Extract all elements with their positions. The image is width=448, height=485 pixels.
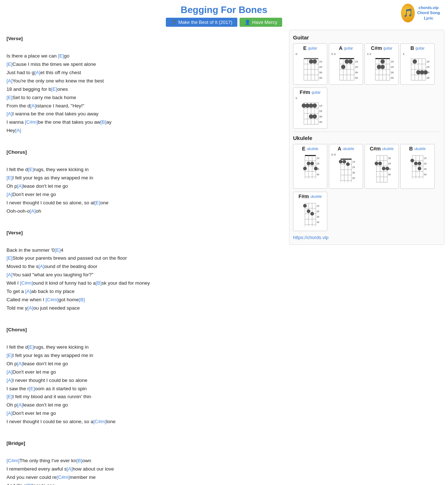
chord-Csm[interactable]: [C#m] xyxy=(25,119,38,125)
svg-point-167 xyxy=(307,209,310,213)
chord-E[interactable]: [E] xyxy=(7,255,13,261)
chord-B[interactable]: [B] xyxy=(26,483,32,485)
chord-A[interactable]: [A] xyxy=(7,78,13,84)
ukulele-link-Csm[interactable]: ukulele xyxy=(382,147,394,151)
lyric-line: Oh p[A]lease don't let me go xyxy=(7,401,283,409)
chord-A[interactable]: [A] xyxy=(7,192,13,197)
lyric-line: [A]Don't ever let me go xyxy=(7,191,283,199)
svg-text:2fr: 2fr xyxy=(319,65,323,69)
ukulele-link-Fsm[interactable]: ukulele xyxy=(310,195,322,199)
chord-A[interactable]: [A] xyxy=(30,208,36,214)
lyric-line: I saw the r[E]oom as it started to spin xyxy=(7,385,283,393)
chord-E[interactable]: [E] xyxy=(58,53,64,59)
make-best-button[interactable]: 🎵 Make the Best of It (2017) xyxy=(166,18,238,27)
chord-Csm[interactable]: [C#m] xyxy=(7,458,20,463)
ukulele-link-E[interactable]: ukulele xyxy=(307,147,318,151)
ukulele-link-A[interactable]: ukulele xyxy=(343,147,354,151)
svg-text:2fr: 2fr xyxy=(426,65,430,69)
chord-A[interactable]: [A] xyxy=(27,305,34,311)
chord-B[interactable]: [B] xyxy=(79,297,85,302)
svg-point-132 xyxy=(375,162,378,165)
svg-point-99 xyxy=(310,162,314,165)
guitar-link-Csm[interactable]: guitar xyxy=(383,46,392,50)
svg-point-115 xyxy=(339,160,343,163)
svg-text:1fr: 1fr xyxy=(426,60,430,63)
chord-A[interactable]: [A] xyxy=(17,183,23,189)
lyric-line: Called me when I [C#m]got home[B] xyxy=(7,296,283,304)
chord-E[interactable]: [E] xyxy=(28,167,34,172)
have-mercy-button[interactable]: 👤 Have Mercy xyxy=(240,18,282,27)
lyric-line: From the d[A]istance I heard, "Hey!" xyxy=(7,102,283,110)
svg-text:3fr: 3fr xyxy=(352,171,356,174)
chord-E[interactable]: [E] xyxy=(51,86,57,92)
chord-Csm[interactable]: [C#m] xyxy=(20,280,33,286)
chord-A[interactable]: [A] xyxy=(17,402,23,408)
chord-Csm[interactable]: [C#m] xyxy=(93,419,106,424)
lyric-line: I remembered every awful s[A]how about o… xyxy=(7,465,283,473)
guitar-diagram-Csm: 1fr 2fr 3fr 4fr xyxy=(368,56,395,83)
svg-point-61 xyxy=(413,59,417,64)
svg-text:3fr: 3fr xyxy=(316,216,320,218)
chord-A[interactable]: [A] xyxy=(7,378,13,383)
svg-text:3fr: 3fr xyxy=(355,71,358,74)
header-buttons: 🎵 Make the Best of It (2017) 👤 Have Merc… xyxy=(0,18,448,27)
svg-text:4fr: 4fr xyxy=(319,120,323,124)
guitar-label: Guitar xyxy=(293,34,440,41)
lyric-line: [A]I never thought I could be so alone xyxy=(7,376,283,385)
chord-A[interactable]: [A] xyxy=(39,264,45,269)
svg-text:1fr: 1fr xyxy=(352,161,356,163)
svg-text:3fr: 3fr xyxy=(319,71,323,74)
ukulele-link-B[interactable]: ukulele xyxy=(414,147,426,151)
chord-E[interactable]: [E] xyxy=(55,247,61,253)
svg-text:4fr: 4fr xyxy=(388,162,391,165)
chord-B[interactable]: [B] xyxy=(76,458,82,463)
chord-name-E-uke: E xyxy=(302,146,305,152)
chord-A[interactable]: [A] xyxy=(25,289,31,294)
chord-B[interactable]: [B] xyxy=(96,280,102,286)
page-title: Begging For Bones xyxy=(0,4,448,16)
chord-E[interactable]: [E] xyxy=(7,61,13,67)
svg-point-134 xyxy=(382,167,385,170)
site-url[interactable]: https://chords.vip xyxy=(293,235,440,240)
guitar-link-E[interactable]: guitar xyxy=(308,46,317,50)
chord-E[interactable]: [E] xyxy=(28,344,34,350)
section-bridge: [Bridge] xyxy=(7,439,283,448)
chord-name-Csm-uke: C#m xyxy=(370,146,380,152)
chord-A[interactable]: [A] xyxy=(30,103,36,109)
svg-text:1fr: 1fr xyxy=(316,205,320,207)
chord-A[interactable]: [A] xyxy=(67,466,73,472)
lyric-line: Oh p[A]lease don't let me go xyxy=(7,360,283,368)
section-chorus-2: [Chorus] xyxy=(7,326,283,334)
svg-text:5fr: 5fr xyxy=(388,168,391,170)
chord-A[interactable]: [A] xyxy=(7,272,13,277)
chord-Csm[interactable]: [C#m] xyxy=(46,297,59,302)
lyric-line: [C#m]The only thing I've ever kn[B]own xyxy=(7,457,283,465)
chord-A[interactable]: [A] xyxy=(7,369,13,375)
chord-E[interactable]: [E] xyxy=(7,175,13,180)
chord-A[interactable]: [A] xyxy=(17,361,23,366)
svg-text:3fr: 3fr xyxy=(319,115,323,118)
chord-A[interactable]: [A] xyxy=(34,70,40,75)
guitar-link-Fsm[interactable]: guitar xyxy=(311,90,320,94)
svg-point-149 xyxy=(410,159,414,162)
chord-B[interactable]: [B] xyxy=(100,119,107,125)
chord-A[interactable]: [A] xyxy=(7,410,13,416)
chord-E[interactable]: [E] xyxy=(7,95,13,100)
section-chorus-1: [Chorus] xyxy=(7,148,283,157)
chord-A[interactable]: [A] xyxy=(15,128,21,133)
ukulele-chord-row-1: E ukulele xyxy=(293,144,440,189)
guitar-link-A[interactable]: guitar xyxy=(344,46,353,50)
chord-E[interactable]: [E] xyxy=(94,200,100,205)
music-icon: 🎵 xyxy=(171,20,177,25)
svg-point-152 xyxy=(418,167,421,170)
guitar-link-B[interactable]: guitar xyxy=(415,46,425,50)
chord-E[interactable]: [E] xyxy=(7,394,13,399)
chord-E[interactable]: [E] xyxy=(29,386,35,391)
chord-box-Fsm-guitar: F#m guitar x xyxy=(293,88,327,129)
lyric-line: I felt the d[E]rugs, they were kicking i… xyxy=(7,166,283,174)
chord-E[interactable]: [E] xyxy=(7,353,13,358)
chord-Csm[interactable]: [C#m] xyxy=(57,475,70,480)
chord-A[interactable]: [A] xyxy=(7,111,13,116)
chord-name-Csm: C#m xyxy=(371,45,382,51)
person-icon: 👤 xyxy=(245,20,250,25)
